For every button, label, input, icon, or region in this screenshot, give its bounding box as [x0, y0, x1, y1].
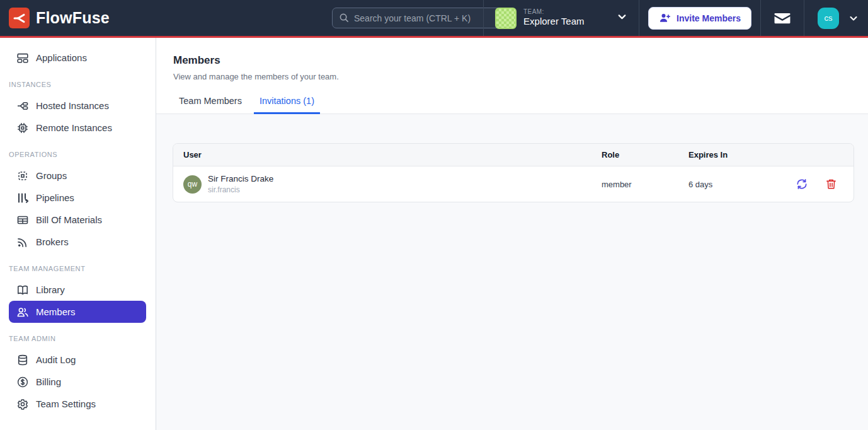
sidebar-item-label: Billing: [36, 376, 61, 387]
resend-invitation-button[interactable]: [796, 178, 808, 190]
column-header-user: User: [173, 150, 591, 160]
trash-icon: [825, 178, 837, 190]
sidebar-item-label: Applications: [36, 52, 87, 63]
sidebar-item-label: Brokers: [36, 236, 69, 247]
expires-cell: 6 days: [678, 180, 779, 189]
sidebar-item-remote-instances[interactable]: Remote Instances: [0, 117, 156, 139]
chevron-down-icon: [617, 11, 627, 25]
sidebar-item-members[interactable]: Members: [9, 301, 146, 323]
sidebar-section-team-management: TEAM MANAGEMENT: [0, 265, 156, 272]
sidebar-item-team-settings[interactable]: Team Settings: [0, 393, 156, 415]
applications-icon: [16, 52, 29, 64]
sidebar-item-label: Team Settings: [36, 398, 96, 409]
column-header-expires: Expires In: [678, 150, 779, 160]
user-name: Sir Francis Drake: [208, 173, 273, 185]
team-selector[interactable]: TEAM: Explorer Team: [484, 0, 639, 36]
sidebar-section-team-admin: TEAM ADMIN: [0, 335, 156, 342]
user-avatar[interactable]: cs: [818, 8, 839, 29]
team-settings-icon: [16, 398, 29, 410]
sidebar-item-label: Remote Instances: [36, 122, 112, 133]
tab-bar: Team Members Invitations (1): [156, 81, 868, 114]
sidebar-item-applications[interactable]: Applications: [0, 47, 156, 69]
sidebar-item-label: Bill Of Materials: [36, 214, 102, 225]
role-cell: member: [591, 180, 678, 189]
audit-log-icon: [16, 354, 29, 366]
sidebar-item-label: Hosted Instances: [36, 100, 109, 111]
pipelines-icon: [16, 192, 29, 204]
team-label: TEAM:: [523, 8, 584, 16]
brand-name: FlowFuse: [36, 9, 110, 27]
search-input[interactable]: [332, 8, 505, 28]
sidebar-item-label: Audit Log: [36, 354, 76, 365]
page-subtitle: View and manage the members of your team…: [173, 72, 868, 81]
profile-menu-chevron[interactable]: [848, 13, 859, 23]
members-icon: [16, 306, 29, 318]
team-name: Explorer Team: [523, 16, 584, 28]
brokers-icon: [16, 236, 29, 248]
tab-invitations[interactable]: Invitations (1): [254, 90, 320, 114]
team-search: [332, 8, 505, 28]
flowfuse-logo-icon: [9, 8, 30, 28]
page-title: Members: [173, 54, 868, 67]
sidebar-item-label: Groups: [36, 170, 67, 181]
refresh-icon: [796, 178, 808, 190]
sidebar-section-operations: OPERATIONS: [0, 151, 156, 158]
hosted-instances-icon: [16, 100, 29, 112]
avatar: qw: [183, 175, 202, 194]
remote-instances-icon: [16, 122, 29, 134]
search-icon: [338, 12, 350, 23]
sidebar-item-pipelines[interactable]: Pipelines: [0, 187, 156, 209]
sidebar-item-label: Members: [36, 306, 76, 317]
tab-panel-invitations: User Role Expires In qw Sir Francis Drak…: [156, 114, 868, 430]
user-plus-icon: [659, 12, 671, 24]
flowfuse-app: FlowFuse TEAM: Explorer Team: [0, 0, 868, 430]
sidebar-item-hosted-instances[interactable]: Hosted Instances: [0, 95, 156, 117]
team-avatar: [495, 8, 517, 29]
chevron-down-icon: [848, 13, 859, 23]
flowfuse-logo[interactable]: FlowFuse: [0, 8, 110, 28]
sidebar-item-billing[interactable]: Billing: [0, 371, 156, 393]
sidebar-item-brokers[interactable]: Brokers: [0, 231, 156, 253]
library-icon: [16, 284, 29, 296]
top-navbar: FlowFuse TEAM: Explorer Team: [0, 0, 868, 38]
mail-button[interactable]: [761, 0, 804, 36]
groups-icon: [16, 170, 29, 182]
navbar-right-cluster: TEAM: Explorer Team Invite Members: [483, 0, 868, 36]
envelope-icon: [774, 11, 791, 25]
table-row: qw Sir Francis Drake sir.francis member …: [173, 166, 854, 202]
column-header-role: Role: [591, 150, 678, 160]
sidebar: Applications INSTANCES Hosted Instances: [0, 38, 156, 430]
navbar-divider: [639, 0, 639, 36]
profile-menu: cs: [804, 0, 868, 36]
invite-members-label: Invite Members: [677, 13, 741, 23]
user-username: sir.francis: [208, 185, 273, 195]
sidebar-item-label: Library: [36, 284, 65, 295]
sidebar-item-audit-log[interactable]: Audit Log: [0, 349, 156, 371]
table-header-row: User Role Expires In: [173, 144, 854, 166]
invitations-table: User Role Expires In qw Sir Francis Drak…: [173, 143, 854, 202]
sidebar-item-label: Pipelines: [36, 192, 74, 203]
sidebar-item-groups[interactable]: Groups: [0, 165, 156, 187]
actions-cell: [779, 178, 854, 190]
user-cell: qw Sir Francis Drake sir.francis: [173, 173, 591, 195]
tab-team-members[interactable]: Team Members: [173, 90, 248, 114]
sidebar-item-bill-of-materials[interactable]: Bill Of Materials: [0, 209, 156, 231]
invite-members-button[interactable]: Invite Members: [648, 7, 751, 30]
main-content: Members View and manage the members of y…: [156, 38, 868, 430]
bill-of-materials-icon: [16, 214, 29, 226]
billing-icon: [16, 376, 29, 388]
sidebar-item-library[interactable]: Library: [0, 279, 156, 301]
sidebar-section-instances: INSTANCES: [0, 81, 156, 88]
delete-invitation-button[interactable]: [825, 178, 837, 190]
